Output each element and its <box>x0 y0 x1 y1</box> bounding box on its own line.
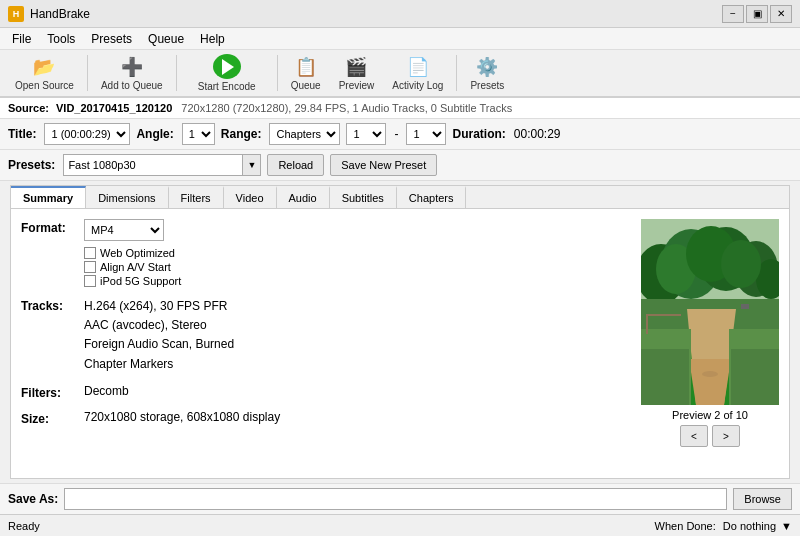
main-panel: Summary Dimensions Filters Video Audio S… <box>10 185 790 479</box>
save-bar: Save As: Browse <box>0 483 800 514</box>
format-controls: MP4 Web Optimized Align A/V Start <box>84 219 181 287</box>
menu-tools[interactable]: Tools <box>39 30 83 48</box>
toolbar-separator-4 <box>456 55 457 91</box>
range-to-select[interactable]: 1 <box>406 123 446 145</box>
track-line-3: Foreign Audio Scan, Burned <box>84 335 234 354</box>
save-as-input[interactable] <box>64 488 727 510</box>
source-details: 720x1280 (720x1280), 29.84 FPS, 1 Audio … <box>181 102 512 114</box>
play-triangle <box>222 59 234 75</box>
source-label: Source: <box>8 102 49 114</box>
tab-subtitles[interactable]: Subtitles <box>330 186 397 208</box>
park-preview-svg <box>641 219 779 405</box>
title-select[interactable]: 1 (00:00:29) <box>44 123 130 145</box>
preview-next-button[interactable]: > <box>712 425 740 447</box>
reload-button[interactable]: Reload <box>267 154 324 176</box>
tab-chapters[interactable]: Chapters <box>397 186 467 208</box>
track-line-2: AAC (avcodec), Stereo <box>84 316 234 335</box>
browse-button[interactable]: Browse <box>733 488 792 510</box>
presets-label: Presets <box>470 80 504 91</box>
tracks-label: Tracks: <box>21 297 76 313</box>
open-source-icon: 📂 <box>33 56 55 78</box>
menu-presets[interactable]: Presets <box>83 30 140 48</box>
queue-icon: 📋 <box>295 56 317 78</box>
web-optimized-checkbox[interactable]: Web Optimized <box>84 247 181 259</box>
queue-label: Queue <box>291 80 321 91</box>
tab-filters[interactable]: Filters <box>169 186 224 208</box>
when-done-label: When Done: <box>655 520 716 532</box>
tab-video[interactable]: Video <box>224 186 277 208</box>
source-filename: VID_20170415_120120 <box>56 102 172 114</box>
ipod-support-checkbox[interactable]: iPod 5G Support <box>84 275 181 287</box>
size-label: Size: <box>21 410 76 426</box>
app-window: H HandBrake − ▣ ✕ File Tools Presets Que… <box>0 0 800 536</box>
activity-log-label: Activity Log <box>392 80 443 91</box>
align-av-checkbox[interactable]: Align A/V Start <box>84 261 181 273</box>
title-label: Title: <box>8 127 36 141</box>
toolbar-separator-1 <box>87 55 88 91</box>
format-select[interactable]: MP4 <box>84 219 164 241</box>
summary-left-panel: Format: MP4 Web Optimized <box>21 219 631 447</box>
queue-button[interactable]: 📋 Queue <box>284 52 328 94</box>
tab-content-summary: Format: MP4 Web Optimized <box>11 209 789 457</box>
svg-rect-15 <box>731 349 779 405</box>
source-bar: Source: VID_20170415_120120 720x1280 (72… <box>0 98 800 119</box>
summary-right-panel: Preview 2 of 10 < > <box>641 219 779 447</box>
menu-help[interactable]: Help <box>192 30 233 48</box>
title-bar-controls: − ▣ ✕ <box>722 5 792 23</box>
start-encode-label: Start Encode <box>198 81 256 92</box>
filters-value: Decomb <box>84 384 129 398</box>
when-done-value[interactable]: Do nothing <box>723 520 776 532</box>
preset-input[interactable]: Fast 1080p30 <box>63 154 243 176</box>
maximize-button[interactable]: ▣ <box>746 5 768 23</box>
web-optimized-box <box>84 247 96 259</box>
preview-caption-text: Preview 2 of 10 <box>672 409 748 421</box>
menu-bar: File Tools Presets Queue Help <box>0 28 800 50</box>
presets-row: Presets: Fast 1080p30 ▼ Reload Save New … <box>0 150 800 181</box>
status-bar: Ready When Done: Do nothing ▼ <box>0 514 800 536</box>
format-checkboxes: Web Optimized Align A/V Start iPod 5G Su… <box>84 247 181 287</box>
web-optimized-label: Web Optimized <box>100 247 175 259</box>
filters-row: Filters: Decomb <box>21 384 631 400</box>
when-done-area: When Done: Do nothing ▼ <box>655 520 792 532</box>
angle-select[interactable]: 1 <box>182 123 215 145</box>
add-queue-icon: ➕ <box>121 56 143 78</box>
size-value: 720x1080 storage, 608x1080 display <box>84 410 280 424</box>
toolbar-separator-3 <box>277 55 278 91</box>
start-encode-icon <box>213 54 241 79</box>
app-icon: H <box>8 6 24 22</box>
tracks-row: Tracks: H.264 (x264), 30 FPS PFR AAC (av… <box>21 297 631 374</box>
tab-dimensions[interactable]: Dimensions <box>86 186 168 208</box>
open-source-button[interactable]: 📂 Open Source <box>8 52 81 94</box>
svg-rect-14 <box>641 349 689 405</box>
tab-summary[interactable]: Summary <box>11 186 86 208</box>
toolbar: 📂 Open Source ➕ Add to Queue Start Encod… <box>0 50 800 98</box>
menu-queue[interactable]: Queue <box>140 30 192 48</box>
presets-toolbar-button[interactable]: ⚙️ Presets <box>463 52 511 94</box>
filters-label: Filters: <box>21 384 76 400</box>
open-source-label: Open Source <box>15 80 74 91</box>
start-encode-button[interactable]: Start Encode <box>183 52 271 94</box>
add-to-queue-button[interactable]: ➕ Add to Queue <box>94 52 170 94</box>
close-button[interactable]: ✕ <box>770 5 792 23</box>
status-text: Ready <box>8 520 40 532</box>
track-line-1: H.264 (x264), 30 FPS PFR <box>84 297 234 316</box>
range-label: Range: <box>221 127 262 141</box>
ipod-box <box>84 275 96 287</box>
tab-audio[interactable]: Audio <box>277 186 330 208</box>
preview-button[interactable]: 🎬 Preview <box>332 52 382 94</box>
preview-caption: Preview 2 of 10 <box>672 409 748 421</box>
menu-file[interactable]: File <box>4 30 39 48</box>
svg-rect-17 <box>646 314 681 316</box>
preview-prev-button[interactable]: < <box>680 425 708 447</box>
range-dash: - <box>394 127 398 141</box>
ipod-label: iPod 5G Support <box>100 275 181 287</box>
activity-log-button[interactable]: 📄 Activity Log <box>385 52 450 94</box>
minimize-button[interactable]: − <box>722 5 744 23</box>
track-line-4: Chapter Markers <box>84 355 234 374</box>
preset-dropdown-arrow[interactable]: ▼ <box>243 154 261 176</box>
presets-icon: ⚙️ <box>476 56 498 78</box>
save-new-preset-button[interactable]: Save New Preset <box>330 154 437 176</box>
range-type-select[interactable]: Chapters <box>269 123 340 145</box>
svg-point-19 <box>702 371 718 377</box>
range-from-select[interactable]: 1 <box>346 123 386 145</box>
